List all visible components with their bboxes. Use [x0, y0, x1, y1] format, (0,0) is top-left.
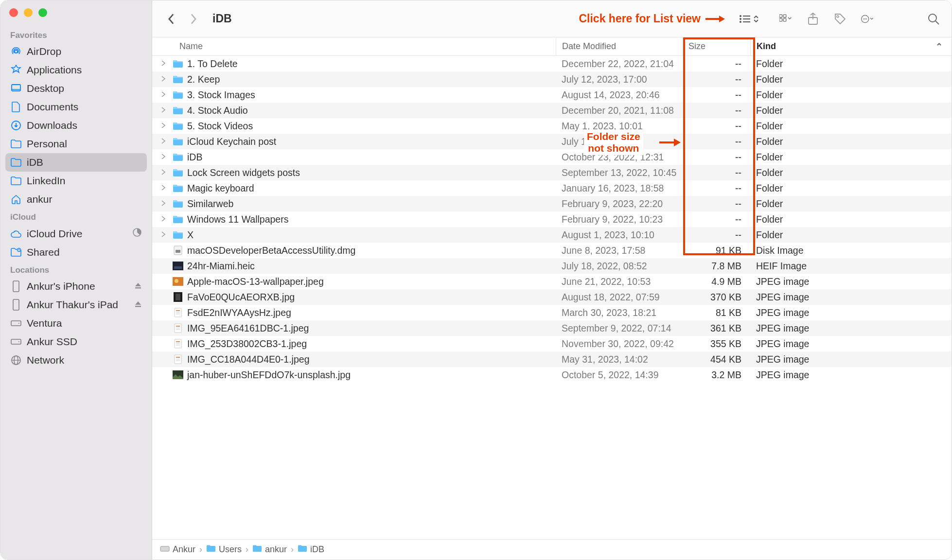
eject-icon[interactable]	[134, 280, 142, 292]
img4-icon	[173, 369, 183, 380]
disclosure-icon[interactable]	[161, 231, 169, 239]
table-row[interactable]: 3. Stock ImagesAugust 14, 2023, 20:46--F…	[152, 87, 952, 103]
sidebar-item-icloud-drive[interactable]: iCloud Drive	[5, 224, 147, 243]
forward-button[interactable]	[186, 12, 201, 26]
file-name: jan-huber-unShEFDdO7k-unsplash.jpg	[187, 369, 351, 381]
sidebar-item-idb[interactable]: iDB	[5, 153, 147, 172]
table-row[interactable]: XAugust 1, 2023, 10:10--Folder	[152, 227, 952, 243]
disclosure-icon[interactable]	[161, 169, 169, 176]
table-row[interactable]: 5. Stock VideosMay 1, 2023, 10:01--Folde…	[152, 118, 952, 134]
svg-rect-39	[176, 250, 180, 253]
breadcrumb[interactable]: Users	[206, 544, 242, 555]
sidebar-item-label: Ankur Thakur's iPad	[27, 299, 118, 311]
table-row[interactable]: 2. KeepJuly 12, 2023, 17:00--Folder	[152, 71, 952, 87]
window-controls	[5, 7, 147, 27]
tag-button[interactable]	[834, 13, 846, 25]
file-size: 81 KB	[682, 307, 750, 318]
sidebar-item-network[interactable]: Network	[5, 351, 147, 369]
breadcrumb-separator: ›	[291, 544, 294, 555]
sidebar-item-personal[interactable]: Personal	[5, 135, 147, 153]
sidebar-section-title: iCloud	[5, 209, 147, 224]
sidebar-item-documents[interactable]: Documents	[5, 98, 147, 116]
more-button[interactable]	[861, 13, 874, 25]
annotation-listview: Click here for List view	[579, 12, 725, 25]
header-size[interactable]: Size	[682, 37, 750, 55]
breadcrumb[interactable]: ankur	[252, 544, 287, 555]
sidebar-item-ankur-s-iphone[interactable]: Ankur's iPhone	[5, 277, 147, 296]
desktop-icon	[10, 83, 22, 94]
sidebar-item-applications[interactable]: Applications	[5, 61, 147, 79]
file-date: October 5, 2022, 14:39	[556, 369, 682, 381]
doc-icon	[173, 323, 183, 333]
disclosure-icon[interactable]	[161, 138, 169, 145]
disclosure-icon[interactable]	[161, 91, 169, 99]
sidebar-item-ankur[interactable]: ankur	[5, 190, 147, 209]
sidebar-item-linkedin[interactable]: LinkedIn	[5, 172, 147, 190]
disclosure-icon[interactable]	[161, 75, 169, 83]
header-date[interactable]: Date Modified	[556, 37, 682, 55]
sidebar-section-title: Locations	[5, 262, 147, 277]
file-name: IMG_CC18A044D4E0-1.jpeg	[187, 354, 309, 365]
sidebar-item-ventura[interactable]: Ventura	[5, 314, 147, 332]
disclosure-icon[interactable]	[161, 153, 169, 161]
table-row[interactable]: 1. To DeleteDecember 22, 2022, 21:04--Fo…	[152, 56, 952, 71]
breadcrumb[interactable]: iDB	[298, 544, 324, 555]
svg-point-32	[863, 18, 864, 19]
sidebar-item-airdrop[interactable]: AirDrop	[5, 42, 147, 61]
file-size: 370 KB	[682, 292, 750, 303]
table-row[interactable]: Apple-macOS-13-wallpaper.jpegJune 21, 20…	[152, 274, 952, 289]
arrow-right-icon	[659, 138, 681, 147]
disclosure-icon[interactable]	[161, 184, 169, 192]
sidebar-item-label: ankur	[27, 193, 53, 205]
table-row[interactable]: 4. Stock AudioDecember 20, 2021, 11:08--…	[152, 103, 952, 118]
table-row[interactable]: iDBOctober 23, 2022, 12:31--Folder	[152, 149, 952, 165]
breadcrumb[interactable]: Ankur	[160, 544, 195, 555]
group-button[interactable]	[779, 13, 792, 25]
table-row[interactable]: iCloud Keychain postJuly 1--Folder	[152, 134, 952, 149]
file-date: May 31, 2023, 14:02	[556, 354, 682, 365]
sidebar-item-downloads[interactable]: Downloads	[5, 116, 147, 135]
disclosure-icon[interactable]	[161, 215, 169, 223]
table-row[interactable]: Magic keyboardJanuary 16, 2023, 18:58--F…	[152, 180, 952, 196]
svg-rect-60	[176, 359, 180, 360]
minimize-button[interactable]	[24, 8, 33, 17]
svg-rect-57	[176, 345, 180, 346]
table-row[interactable]: macOSDeveloperBetaAccessUtility.dmgJune …	[152, 243, 952, 258]
file-name: 3. Stock Images	[187, 89, 255, 101]
table-row[interactable]: IMG_253D38002CB3-1.jpegNovember 30, 2022…	[152, 336, 952, 351]
sidebar-item-ankur-ssd[interactable]: Ankur SSD	[5, 332, 147, 351]
table-row[interactable]: IMG_95EA64161DBC-1.jpegSeptember 9, 2022…	[152, 320, 952, 336]
sidebar-item-shared[interactable]: Shared	[5, 243, 147, 262]
disclosure-icon[interactable]	[161, 122, 169, 130]
table-row[interactable]: Windows 11 WallpapersFebruary 9, 2022, 1…	[152, 211, 952, 227]
file-kind: Folder	[750, 136, 952, 147]
disclosure-icon[interactable]	[161, 106, 169, 114]
back-button[interactable]	[164, 12, 178, 26]
table-row[interactable]: SimilarwebFebruary 9, 2023, 22:20--Folde…	[152, 196, 952, 211]
header-kind[interactable]: Kind⌃	[750, 37, 952, 55]
disclosure-icon[interactable]	[161, 60, 169, 68]
table-row[interactable]: FsdE2nIWYAAysHz.jpegMarch 30, 2023, 18:2…	[152, 305, 952, 320]
file-date: January 16, 2023, 18:58	[556, 183, 682, 194]
table-row[interactable]: FaVoE0QUcAEORXB.jpgAugust 18, 2022, 07:5…	[152, 289, 952, 305]
file-size: --	[682, 58, 750, 70]
list-view-button[interactable]	[739, 14, 759, 24]
file-date: December 20, 2021, 11:08	[556, 105, 682, 116]
share-button[interactable]	[807, 13, 819, 25]
header-name[interactable]: Name	[152, 41, 556, 52]
close-button[interactable]	[9, 8, 18, 17]
svg-rect-59	[176, 357, 180, 358]
fullscreen-button[interactable]	[38, 8, 47, 17]
table-row[interactable]: jan-huber-unShEFDdO7k-unsplash.jpgOctobe…	[152, 367, 952, 383]
table-row[interactable]: Lock Screen widgets postsSeptember 13, 2…	[152, 165, 952, 180]
disclosure-icon[interactable]	[161, 200, 169, 208]
file-date: July 18, 2022, 08:52	[556, 261, 682, 272]
toolbar: iDB Click here for List view	[152, 0, 952, 37]
sidebar-item-ankur-thakur-s-ipad[interactable]: Ankur Thakur's iPad	[5, 296, 147, 314]
table-row[interactable]: 24hr-Miami.heicJuly 18, 2022, 08:527.8 M…	[152, 258, 952, 274]
folder-icon	[173, 136, 183, 147]
sidebar-item-desktop[interactable]: Desktop	[5, 79, 147, 98]
eject-icon[interactable]	[134, 299, 142, 311]
table-row[interactable]: IMG_CC18A044D4E0-1.jpegMay 31, 2023, 14:…	[152, 351, 952, 367]
search-button[interactable]	[927, 13, 940, 25]
